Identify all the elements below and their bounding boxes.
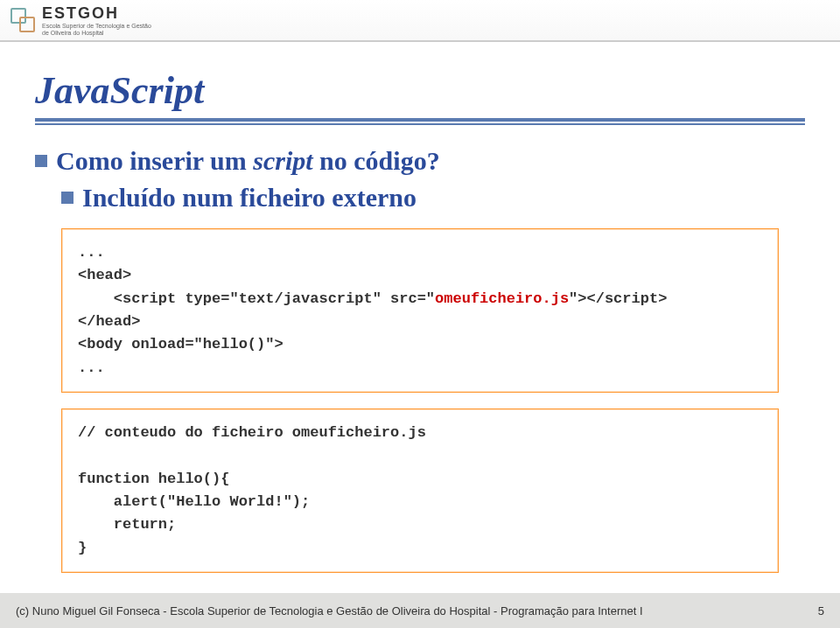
slide-title: JavaScript [35,68,805,113]
logo-text: ESTGOH Escola Superior de Tecnologia e G… [42,4,151,36]
logo-icon [9,6,37,34]
code-block-1-content: ... <head> <script type="text/javascript… [78,241,762,380]
bullet-level-1: Como inserir um script no código? [35,146,805,176]
bullet-1-italic: script [253,146,312,175]
code-block-2-content: // conteudo do ficheiro omeuficheiro.js … [78,422,762,560]
footer-text: (c) Nuno Miguel Gil Fonseca - Escola Sup… [16,604,643,618]
bullet-1-text: Como inserir um script no código? [56,146,440,176]
logo-subtitle-1: Escola Superior de Tecnologia e Gestão [42,23,151,30]
slide-header: ESTGOH Escola Superior de Tecnologia e G… [0,0,840,42]
page-number: 5 [818,604,824,618]
bullet-1-prefix: Como inserir um [56,146,253,175]
code-block-2: // conteudo do ficheiro omeuficheiro.js … [61,408,779,573]
bullet-1-suffix: no código? [313,146,440,175]
logo: ESTGOH Escola Superior de Tecnologia e G… [9,4,151,36]
slide-body: JavaScript Como inserir um script no cód… [0,42,840,593]
slide-footer: (c) Nuno Miguel Gil Fonseca - Escola Sup… [0,593,840,628]
title-underline [35,118,805,125]
square-bullet-icon [35,155,47,167]
bullet-2-text: Incluído num ficheiro externo [82,183,416,213]
bullet-level-2: Incluído num ficheiro externo [35,183,805,213]
code-block-1: ... <head> <script type="text/javascript… [61,228,779,393]
logo-title: ESTGOH [42,4,151,23]
logo-subtitle-2: de Oliveira do Hospital [42,30,151,37]
square-bullet-icon [61,192,74,204]
